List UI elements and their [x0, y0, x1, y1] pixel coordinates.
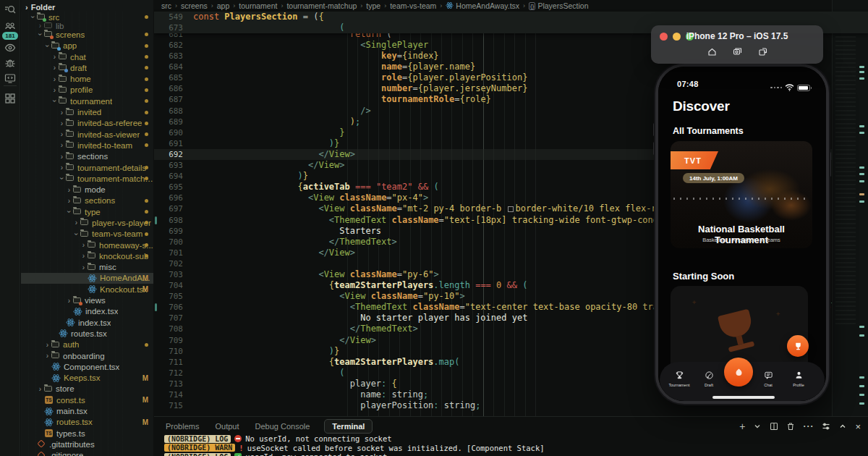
tree-item-component-tsx[interactable]: Component.tsx: [21, 361, 153, 372]
rotate-icon[interactable]: [758, 47, 767, 56]
tree-item-knockout-tsx[interactable]: Knockout.tsxM: [21, 284, 153, 295]
close-panel-icon[interactable]: ×: [855, 421, 861, 432]
tree-item-index-tsx[interactable]: index.tsx: [21, 317, 153, 328]
simulator-title: iPhone 12 Pro – iOS 17.5: [651, 31, 823, 41]
eye-icon[interactable]: [4, 42, 16, 54]
tree-item-tournament-matchup[interactable]: ›tournament-matchup: [21, 173, 153, 184]
tree-item-home[interactable]: ›home: [21, 73, 153, 84]
grid-icon[interactable]: [4, 93, 16, 104]
tree-item-routes-tsx[interactable]: routes.tsx: [21, 328, 153, 339]
phone-screen[interactable]: 07:48 Discover All Tournaments TVT 14th …: [658, 67, 826, 401]
tree-item-invited-to-team[interactable]: ›invited-to-team: [21, 140, 153, 151]
bug-icon[interactable]: [4, 57, 16, 69]
tree-item-auth[interactable]: ›auth: [21, 339, 153, 350]
simulator-titlebar[interactable]: iPhone 12 Pro – iOS 17.5: [651, 25, 823, 64]
tree-item-mode[interactable]: ›mode: [21, 184, 153, 195]
explorer-sidebar: › Folder ›src›lib›screens›app›chat›draft…: [21, 0, 153, 456]
breadcrumb-item[interactable]: screens: [181, 1, 208, 10]
tree-item-chat[interactable]: ›chat: [21, 51, 153, 62]
tab-tournament[interactable]: Tournament: [665, 371, 694, 387]
explorer-root[interactable]: › Folder: [25, 1, 55, 12]
tree-item-profile[interactable]: ›profile: [21, 85, 153, 96]
tab-chat[interactable]: Chat: [754, 371, 783, 387]
tree-item-lib[interactable]: ›lib: [21, 22, 153, 29]
modified-badge: M: [142, 418, 148, 426]
tree-item-routes-tsx[interactable]: routes.tsxM: [21, 417, 153, 428]
tab-draft[interactable]: Draft: [694, 371, 723, 387]
chevron-down-icon[interactable]: [753, 422, 762, 431]
tree-item-main-tsx[interactable]: main.tsx: [21, 405, 153, 416]
tree-item-misc[interactable]: ›misc: [21, 262, 153, 273]
tree-item-sections[interactable]: ›sections: [21, 195, 153, 206]
maximize-panel-icon[interactable]: [838, 422, 847, 431]
breadcrumb-item[interactable]: HomeAndAway.tsx: [446, 1, 519, 11]
tab-profile[interactable]: Profile: [784, 371, 813, 387]
tree-item-team-vs-team[interactable]: ›team-vs-team: [21, 229, 153, 240]
breadcrumb-item[interactable]: {}PlayersSection: [529, 1, 588, 10]
panel-tab-debug-console[interactable]: Debug Console: [254, 420, 312, 433]
tree-item-views[interactable]: ›views: [21, 295, 153, 305]
iphone-simulator[interactable]: 07:48 Discover All Tournaments TVT 14th …: [655, 64, 829, 404]
home-indicator[interactable]: [712, 396, 775, 399]
tree-item-label: Component.tsx: [64, 363, 119, 371]
tree-item-keeps-tsx[interactable]: Keeps.tsxM: [21, 373, 153, 384]
screenshot-icon[interactable]: [733, 47, 742, 56]
tree-item-draft[interactable]: ›draft: [21, 62, 153, 73]
minimap[interactable]: [832, 0, 868, 416]
breadcrumb[interactable]: src›screens›app›tournament›tournament-ma…: [161, 0, 588, 12]
tree-item--gitattributes[interactable]: .gitattributes: [21, 439, 153, 449]
panel-tab-problems[interactable]: Problems: [164, 420, 200, 433]
tree-item-src[interactable]: ›src: [21, 12, 153, 22]
chevron-icon: ›: [66, 297, 72, 305]
tree-item-onboarding[interactable]: ›onboarding: [21, 350, 153, 361]
tree-item-invited[interactable]: ›invited: [21, 106, 153, 117]
tree-item-label: tournament: [70, 97, 112, 106]
more-icon[interactable]: ···: [803, 421, 814, 431]
tree-item-screens[interactable]: ›screens: [21, 29, 153, 40]
tree-item--gitignore[interactable]: .gitignore: [21, 450, 153, 456]
split-terminal-icon[interactable]: [770, 422, 778, 431]
tree-item-invited-as-referee[interactable]: ›invited-as-referee: [21, 118, 153, 129]
breadcrumb-item[interactable]: tournament: [239, 1, 277, 10]
tree-item-tournament[interactable]: ›tournament: [21, 96, 153, 106]
tab-home-center[interactable]: [724, 358, 753, 387]
breadcrumb-item[interactable]: app: [217, 1, 230, 10]
tree-item-knockout-sub[interactable]: ›knockout-sub: [21, 250, 153, 261]
tree-item-type[interactable]: ›type: [21, 206, 153, 217]
monitor-code-icon[interactable]: [4, 72, 16, 84]
create-tournament-fab[interactable]: [787, 335, 809, 357]
trophy-icon: [793, 342, 803, 351]
tournament-card[interactable]: TVT 14th July, 1:00AM National Basketbal…: [671, 141, 812, 248]
status-icons: [770, 81, 810, 94]
breadcrumb-item[interactable]: team-vs-team: [390, 1, 436, 10]
chevron-icon: ›: [66, 186, 72, 194]
breadcrumb-item[interactable]: src: [161, 1, 171, 10]
section-all-tournaments: All Tournaments: [673, 126, 744, 136]
home-icon[interactable]: [707, 47, 717, 56]
terminal-actions: + ··· ×: [739, 421, 861, 432]
terminal-output[interactable]: (NOBRIDGE) LOGNo userId, not connecting …: [164, 434, 865, 456]
trash-icon[interactable]: [786, 422, 795, 431]
tree-item-sections[interactable]: ›sections: [21, 151, 153, 162]
activity-badge: 181: [2, 32, 18, 40]
draft-icon: [694, 371, 723, 380]
tree-item-homeaway-s-[interactable]: ›homeaway-s...: [21, 240, 153, 250]
tree-item-app[interactable]: ›app: [21, 41, 153, 51]
breadcrumb-item[interactable]: type: [366, 1, 380, 10]
tree-item-player-vs-player[interactable]: ›player-vs-player: [21, 217, 153, 228]
views-filter-icon[interactable]: [822, 422, 830, 431]
tree-item-homeandaw-[interactable]: HomeAndAw...M: [21, 273, 153, 284]
tree-item-index-tsx[interactable]: index.tsx: [21, 306, 153, 317]
panel-tab-output[interactable]: Output: [213, 420, 240, 433]
modified-dot: [145, 99, 148, 103]
chevron-icon: ›: [59, 153, 65, 161]
tree-item-types-ts[interactable]: TStypes.ts: [21, 428, 153, 439]
breadcrumb-item[interactable]: tournament-matchup: [286, 1, 357, 10]
tree-item-tournament-details[interactable]: ›tournament-details: [21, 162, 153, 173]
search-icon[interactable]: [4, 4, 16, 16]
tree-item-invited-as-viewer[interactable]: ›invited-as-viewer: [21, 129, 153, 140]
new-terminal-icon[interactable]: +: [739, 421, 745, 432]
panel-tab-terminal[interactable]: Terminal: [324, 419, 373, 434]
tree-item-const-ts[interactable]: TSconst.tsM: [21, 394, 153, 405]
tree-item-store[interactable]: ›store: [21, 384, 153, 394]
